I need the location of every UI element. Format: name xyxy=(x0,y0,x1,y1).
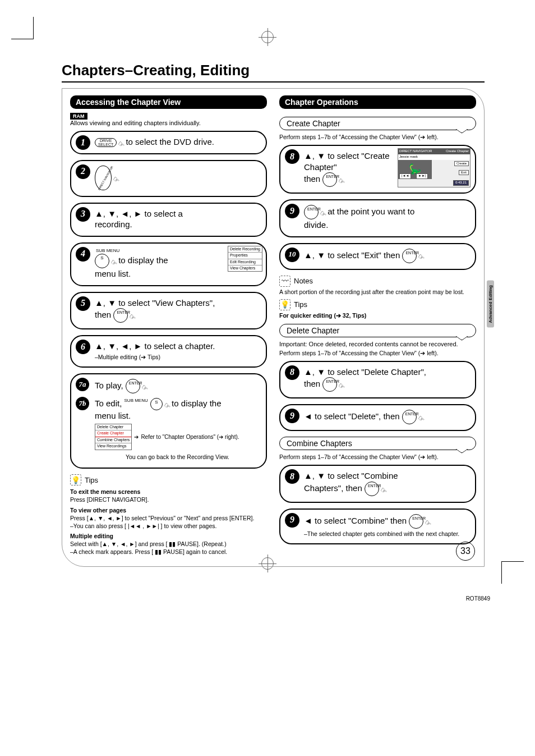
create-s9a: at the point you want to xyxy=(328,207,414,216)
step-7b-menu-row: Delete Chapter Create Chapter Combine Ch… xyxy=(95,424,260,450)
step-number-10: 10 xyxy=(285,248,299,262)
op-pill-delete: Delete Chapter xyxy=(279,324,476,337)
combine-s9: ◄ to select "Combine" then xyxy=(304,516,409,525)
step-number-9: 9 xyxy=(285,204,299,218)
combine-s8a: ▲, ▼ to select "Combine xyxy=(304,471,398,480)
step-3-line1: ▲, ▼, ◄, ► to select a xyxy=(95,209,183,218)
delete-lead: Perform steps 1–7b of "Accessing the Cha… xyxy=(279,350,476,356)
shot-exit-button[interactable]: Exit xyxy=(459,170,469,176)
create-s9b: divide. xyxy=(304,220,328,230)
menu-item[interactable]: View Chapters xyxy=(228,265,262,271)
step-4: 4 SUB MENU S☞ to display the menu list. … xyxy=(70,242,267,286)
notes-text: A short portion of the recording just af… xyxy=(279,288,476,296)
notes-title: Notes xyxy=(294,277,313,285)
menu-item[interactable]: Combine Chapters xyxy=(95,437,131,443)
enter-button[interactable]: ENTER xyxy=(365,482,379,496)
menu-item[interactable]: Properties xyxy=(228,253,262,259)
enter-button[interactable]: ENTER xyxy=(322,172,337,187)
tips-exit-t: Press [DIRECT NAVIGATOR]. xyxy=(70,496,149,503)
tips-pages-h: To view other pages xyxy=(70,506,267,514)
section-header-accessing: Accessing the Chapter View xyxy=(70,95,267,109)
page-number: 33 xyxy=(456,542,475,561)
shot-next-button[interactable]: ►►| xyxy=(416,173,428,179)
enter-button[interactable]: ENTER xyxy=(126,379,140,393)
step-4-menu: Delete Recording Properties Edit Recordi… xyxy=(228,246,262,272)
create-s8b: then xyxy=(304,174,322,184)
drive-select-button[interactable]: DRIVESELECT xyxy=(95,138,117,147)
tips-heading: 💡 Tips xyxy=(70,474,267,485)
step-1: 1 DRIVESELECT☞ to select the DVD drive. xyxy=(70,131,267,154)
press-icon: ☞ xyxy=(162,401,173,413)
footer-code: RQT8849 xyxy=(466,595,490,601)
step-1-text: to select the DVD drive. xyxy=(126,137,214,146)
menu-item[interactable]: Edit Recording xyxy=(228,259,262,265)
delete-s8b: then xyxy=(304,379,322,388)
menu-item[interactable]: Delete Recording xyxy=(228,246,262,253)
step-3-line2: recording. xyxy=(95,219,132,229)
delete-s8a: ▲, ▼ to select "Delete Chapter", xyxy=(304,367,426,377)
combine-step-9: 9 ◄ to select "Combine" then ENTER☞ –The… xyxy=(279,508,476,545)
combine-s9-sub: –The selected chapter gets combined with… xyxy=(304,530,469,538)
step-7b-text-a: To edit, xyxy=(95,398,124,408)
enter-button[interactable]: ENTER xyxy=(113,308,128,323)
enter-button[interactable]: ENTER xyxy=(304,205,319,219)
combine-s8b: Chapters", then xyxy=(304,483,365,493)
tips-heading-right: 💡 Tips xyxy=(279,299,476,310)
step-7b-text-c: menu list. xyxy=(95,411,131,420)
tips-multi-t1: Select with [▲, ▼, ◄, ►] and press [ ▮▮ … xyxy=(70,540,227,547)
combine-lead: Perform steps 1–7b of "Accessing the Cha… xyxy=(279,453,476,460)
step-number-8: 8 xyxy=(285,149,299,164)
step-number-8: 8 xyxy=(285,469,299,484)
tips-title: Tips xyxy=(85,476,98,484)
step-7a-text: To play, xyxy=(95,381,126,390)
content-frame: Advanced Editing Accessing the Chapter V… xyxy=(62,88,485,567)
op-pill-create: Create Chapter xyxy=(279,117,476,130)
notes-icon: 〰 xyxy=(279,276,290,287)
menu-item[interactable]: Create Chapter xyxy=(95,430,131,437)
right-column: Chapter Operations Create Chapter Perfor… xyxy=(279,95,476,556)
enter-button[interactable]: ENTER xyxy=(409,514,423,529)
shot-hdr-r: Create Chapter xyxy=(446,149,469,154)
step-number-7b: 7b xyxy=(76,397,89,410)
step-6-line1: ▲, ▼, ◄, ► to select a chapter. xyxy=(95,341,215,351)
step-2: 2 ☞ xyxy=(70,160,267,197)
direct-navigator-button[interactable] xyxy=(95,166,112,190)
arrow-right-icon: ➔ xyxy=(134,433,139,441)
menu-item[interactable]: Delete Chapter xyxy=(95,424,131,430)
page-title: Chapters–Creating, Editing xyxy=(62,62,485,79)
step-number-3: 3 xyxy=(76,207,90,222)
step-5: 5 ▲, ▼ to select "View Chapters", then E… xyxy=(70,292,267,330)
tips-pages-t1: Press [▲, ▼, ◄, ►] to select "Previous" … xyxy=(70,515,254,521)
step-4-text-a: to display the xyxy=(118,255,168,265)
sub-menu-button[interactable]: S xyxy=(95,254,109,268)
enter-button[interactable]: ENTER xyxy=(402,410,417,424)
tips-multi-h: Multiple editing xyxy=(70,532,267,540)
create-step-10: 10 ▲, ▼ to select "Exit" then ENTER☞ xyxy=(279,243,476,270)
step-number-7a: 7a xyxy=(76,378,89,391)
enter-button[interactable]: ENTER xyxy=(402,249,417,263)
sub-menu-label: SUB MENU xyxy=(124,398,148,404)
side-tab-advanced-editing: Advanced Editing xyxy=(487,281,494,328)
menu-item[interactable]: View Recordings xyxy=(95,443,131,449)
tips-text-right: For quicker editing (➔ 32, Tips) xyxy=(279,311,476,319)
press-icon: ☞ xyxy=(110,175,122,186)
shot-create-button[interactable]: Create xyxy=(454,161,469,167)
shot-prev-button[interactable]: |◄◄ xyxy=(399,173,411,179)
step-6: 6 ▲, ▼, ◄, ► to select a chapter. –Multi… xyxy=(70,335,267,368)
delete-step-9: 9 ◄ to select "Delete", then ENTER☞ xyxy=(279,404,476,431)
step-7b-menu: Delete Chapter Create Chapter Combine Ch… xyxy=(95,424,132,450)
create-lead: Perform steps 1–7b of "Accessing the Cha… xyxy=(279,134,476,140)
intro-text: Allows viewing and editing chapters indi… xyxy=(70,120,267,126)
combine-step-8: 8 ▲, ▼ to select "Combine Chapters", the… xyxy=(279,465,476,503)
enter-button[interactable]: ENTER xyxy=(322,377,337,392)
step-7b-text-b: to display the xyxy=(172,398,221,408)
step-5-line1: ▲, ▼ to select "View Chapters", xyxy=(95,298,215,308)
sub-menu-button[interactable]: S xyxy=(150,398,163,410)
left-column: Accessing the Chapter View RAM Allows vi… xyxy=(70,95,267,556)
step-number-6: 6 xyxy=(76,340,90,354)
section-header-operations: Chapter Operations xyxy=(279,95,476,109)
title-rule xyxy=(62,81,485,83)
step-number-5: 5 xyxy=(76,296,90,311)
step-3: 3 ▲, ▼, ◄, ► to select a recording. xyxy=(70,203,267,237)
notes-heading: 〰 Notes xyxy=(279,276,476,287)
